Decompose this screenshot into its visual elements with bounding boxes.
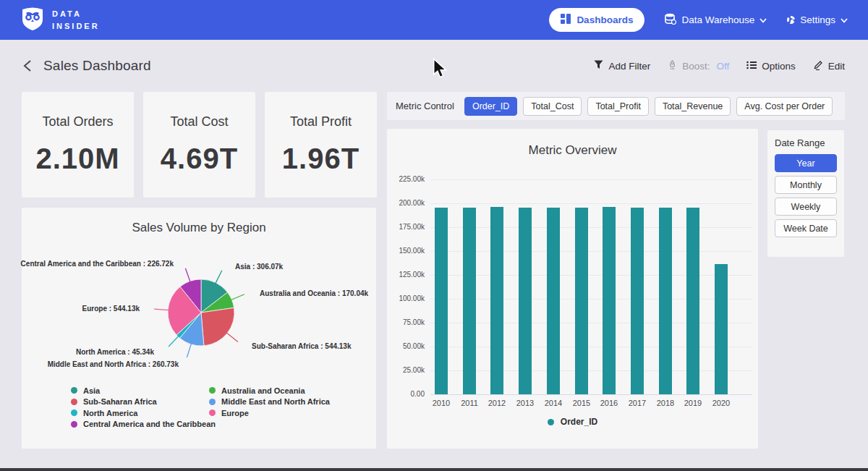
- back-button[interactable]: [23, 59, 32, 72]
- kpi-value: 1.96T: [282, 143, 359, 175]
- y-axis-tick: 0.00: [388, 390, 425, 398]
- pie-label-europe: Europe : 544.13k: [82, 305, 140, 313]
- y-axis-tick: 100.00k: [388, 294, 425, 302]
- x-axis-tick: 2017: [623, 399, 652, 407]
- bar-chart-title: Metric Overview: [387, 129, 758, 158]
- legend-dot: [71, 387, 77, 394]
- legend-item: Europe: [209, 407, 330, 419]
- kpi-label: Total Profit: [290, 114, 352, 130]
- metric-chip-order-id[interactable]: Order_ID: [464, 97, 517, 116]
- kpi-card-total-profit: Total Profit 1.96T: [265, 92, 377, 198]
- pie-leader-line: [187, 344, 191, 357]
- bar-2014: [547, 208, 560, 394]
- pie-label-middle-east: Middle East and North Africa : 260.73k: [48, 360, 179, 368]
- date-range-week-date-button[interactable]: Week Date: [775, 219, 837, 237]
- pie-leader-line: [226, 333, 238, 341]
- bar-2013: [519, 208, 532, 394]
- legend-dot: [71, 399, 77, 405]
- bar-2016: [603, 207, 616, 394]
- date-range-label: Date Range: [775, 137, 837, 148]
- legend-dot: [209, 387, 216, 394]
- pie-label-australia: Australia and Oceania : 170.04k: [260, 289, 368, 297]
- legend-dot: [71, 421, 77, 428]
- metric-chip-total-profit[interactable]: Total_Profit: [587, 97, 649, 116]
- date-range-year-button[interactable]: Year: [775, 154, 837, 172]
- brand-text: DATA INSIDER: [52, 8, 100, 32]
- data-warehouse-menu[interactable]: Data Warehouse: [665, 13, 767, 27]
- x-axis-tick: 2012: [482, 399, 511, 407]
- gridline: [430, 347, 752, 347]
- dashboards-label: Dashboards: [576, 14, 633, 25]
- metric-control-strip: Metric Control Order_ID Total_Cost Total…: [387, 92, 845, 120]
- bar-2012: [490, 207, 503, 394]
- gridline: [430, 179, 752, 180]
- dashboards-button[interactable]: Dashboards: [549, 8, 644, 32]
- kpi-value: 2.10M: [35, 143, 119, 175]
- rocket-icon: [668, 60, 677, 72]
- bar-2017: [631, 208, 644, 394]
- pie-label-north-america: North America : 45.34k: [76, 348, 154, 356]
- settings-label: Settings: [800, 14, 835, 25]
- pie-label-central-america: Central America and the Caribbean : 226.…: [21, 260, 174, 268]
- date-range-weekly-button[interactable]: Weekly: [775, 198, 837, 216]
- boost-toggle[interactable]: Boost: Off: [668, 60, 729, 72]
- y-axis-tick: 150.00k: [388, 247, 425, 255]
- pie-leader-line: [185, 268, 190, 282]
- gridline: [430, 251, 752, 252]
- x-axis-tick: 2011: [455, 399, 484, 407]
- x-axis-tick: 2015: [567, 399, 596, 407]
- boost-status: Off: [716, 61, 729, 72]
- x-axis-tick: 2014: [539, 399, 568, 407]
- pie-label-asia: Asia : 306.07k: [235, 263, 283, 271]
- legend-item: Australia and Oceania: [209, 385, 330, 396]
- brand[interactable]: DATA INSIDER: [22, 7, 100, 34]
- options-button[interactable]: Options: [746, 61, 796, 72]
- kpi-label: Total Orders: [42, 114, 113, 130]
- gridline: [430, 203, 752, 204]
- y-axis-tick: 200.00k: [388, 199, 425, 207]
- add-filter-button[interactable]: Add Filter: [594, 60, 650, 72]
- legend-dot: [209, 410, 216, 416]
- top-navbar: DATA INSIDER Dashboards: [0, 0, 868, 40]
- bar-2011: [463, 208, 476, 394]
- metric-chip-avg-cost[interactable]: Avg. Cost per Order: [736, 97, 833, 116]
- x-axis-tick: 2010: [427, 399, 456, 407]
- pie-chart-card: Sales Volume by Region Asia : 306.07k Au…: [22, 208, 376, 449]
- kpi-card-total-orders: Total Orders 2.10M: [22, 92, 134, 198]
- bar-2018: [659, 208, 672, 394]
- date-range-monthly-button[interactable]: Monthly: [775, 176, 837, 194]
- database-icon: [665, 13, 676, 27]
- pie-label-sub-saharan-africa: Sub-Saharan Africa : 544.13k: [252, 342, 351, 350]
- kpi-card-total-cost: Total Cost 4.69T: [143, 92, 255, 198]
- settings-menu[interactable]: Settings: [787, 14, 848, 25]
- owl-logo-icon: [22, 7, 43, 34]
- pencil-icon: [813, 60, 823, 72]
- page-header: Sales Dashboard Add Filter Boost: Off: [0, 51, 868, 81]
- date-range-panel: Date Range Year Monthly Weekly Week Date: [767, 130, 844, 257]
- bar-chart-plot: 0.0025.00k50.00k75.00k100.00k125.00k150.…: [387, 179, 758, 394]
- bar-2020: [715, 264, 728, 394]
- pie-leader-line: [154, 309, 169, 310]
- legend-dot: [209, 399, 216, 405]
- bar-2015: [575, 208, 588, 394]
- x-axis-tick: 2013: [511, 399, 540, 407]
- x-axis-tick: 2019: [678, 399, 707, 407]
- chevron-down-icon: [760, 14, 767, 25]
- legend-item: Sub-Saharan Africa: [71, 396, 216, 408]
- list-icon: [746, 61, 757, 72]
- gear-icon: [787, 16, 795, 24]
- gridline: [430, 370, 752, 371]
- pie-leader-line: [169, 336, 179, 346]
- legend-item: Central America and the Caribbean: [71, 419, 216, 430]
- page-title: Sales Dashboard: [43, 58, 151, 74]
- metric-chip-total-revenue[interactable]: Total_Revenue: [655, 97, 731, 116]
- metric-chip-total-cost[interactable]: Total_Cost: [523, 97, 582, 116]
- chevron-down-icon: [841, 14, 848, 25]
- gridline: [430, 227, 752, 228]
- pie-slice: [201, 307, 234, 345]
- window-bottom-edge: [0, 468, 868, 471]
- legend-dot: [71, 410, 77, 416]
- app-window: DATA INSIDER Dashboards: [0, 0, 868, 471]
- edit-button[interactable]: Edit: [813, 60, 845, 72]
- kpi-label: Total Cost: [170, 114, 228, 130]
